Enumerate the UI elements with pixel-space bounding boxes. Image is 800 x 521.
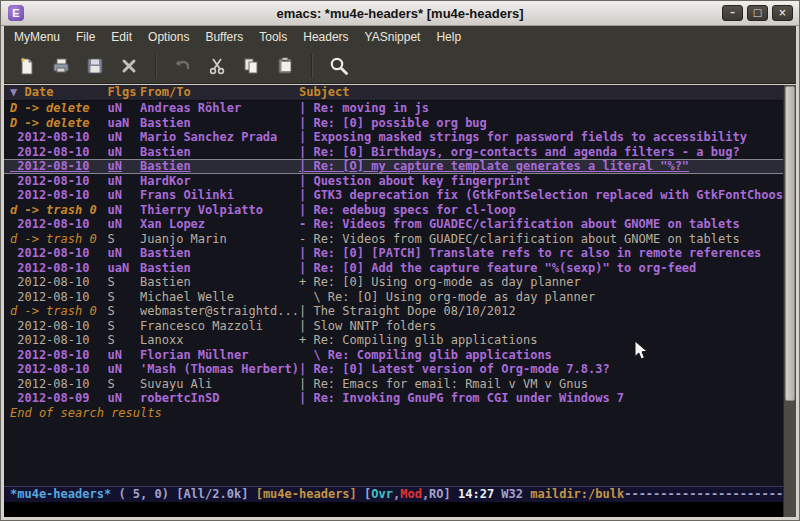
message-row[interactable]: 2012-08-10SLanoxx+ Re: Compiling glib ap… <box>4 333 783 348</box>
date-cell: 2012-08-10 <box>10 217 108 232</box>
toolbar-separator <box>311 54 313 78</box>
message-row[interactable]: 2012-08-10uNXan Lopez- Re: Videos from G… <box>4 217 783 232</box>
date-cell: 2012-08-10 <box>10 319 108 334</box>
paste-icon <box>275 56 295 76</box>
menu-item-file[interactable]: File <box>68 27 103 47</box>
minimize-button[interactable]: – <box>722 5 743 21</box>
from-cell: Bastien <box>140 159 299 174</box>
message-row[interactable]: d -> trash 0uNThierry Volpiatto| Re: ede… <box>4 203 783 218</box>
menu-item-tools[interactable]: Tools <box>251 27 295 47</box>
from-cell: HardKor <box>140 174 299 189</box>
date-cell: 2012-08-10 <box>10 290 108 305</box>
column-header-date[interactable]: ▼ Date <box>10 85 108 100</box>
message-row[interactable]: 2012-08-10SSuvayu Ali| Re: Emacs for ema… <box>4 377 783 392</box>
copy-button[interactable] <box>235 52 267 80</box>
subject-cell: + Re: Compiling glib applications <box>299 333 783 348</box>
message-row[interactable]: 2012-08-10uNBastien| Re: [0] [PATCH] Tra… <box>4 246 783 261</box>
date-cell: 2012-08-10 <box>10 261 108 276</box>
new-file-icon <box>17 56 37 76</box>
mode-line[interactable]: *mu4e-headers* ( 5, 0) [All/2.0k] [mu4e-… <box>4 486 783 502</box>
end-of-results: End of search results <box>4 406 783 421</box>
message-row[interactable]: 2012-08-10uaNBastien| Re: [0] Add the ca… <box>4 261 783 276</box>
column-header-flags[interactable]: Flgs <box>108 85 141 100</box>
modeline-segment: [mu4e-headers] <box>256 487 357 501</box>
message-row[interactable]: 2012-08-10uNHardKor| Question about key … <box>4 174 783 189</box>
message-row[interactable]: d -> trash 0Swebmaster@straightd...| The… <box>4 304 783 319</box>
message-row[interactable]: 2012-08-10SBastien+ Re: [0] Using org-mo… <box>4 275 783 290</box>
menu-item-options[interactable]: Options <box>140 27 197 47</box>
subject-cell: | Re: moving in js <box>299 101 783 116</box>
window-title: emacs: *mu4e-headers* [mu4e-headers] <box>1 6 799 21</box>
column-header-subject[interactable]: Subject <box>299 85 350 100</box>
menu-item-help[interactable]: Help <box>428 27 469 47</box>
close-buffer-button[interactable] <box>113 52 145 80</box>
menu-item-mymenu[interactable]: MyMenu <box>6 27 68 47</box>
undo-button[interactable] <box>167 52 199 80</box>
message-row[interactable]: 2012-08-09uNrobertcInSD| Re: Invoking Gn… <box>4 391 783 406</box>
flags-cell: uN <box>108 101 141 116</box>
message-row[interactable]: D -> deleteuNAndreas Röhler| Re: moving … <box>4 101 783 116</box>
subject-cell: | Slow NNTP folders <box>299 319 783 334</box>
from-cell: 'Mash (Thomas Herbert) <box>140 362 299 377</box>
message-row[interactable]: 2012-08-10uNBastien| Re: [0] Birthdays, … <box>4 145 783 160</box>
vertical-scrollbar[interactable] <box>783 85 796 517</box>
flags-cell: S <box>108 290 141 305</box>
message-row[interactable]: D -> deleteuaNBastien| Re: [0] possible … <box>4 116 783 131</box>
minibuffer[interactable] <box>4 502 783 517</box>
search-button[interactable] <box>323 52 355 80</box>
from-cell: Bastien <box>140 261 299 276</box>
menu-item-headers[interactable]: Headers <box>295 27 356 47</box>
from-cell: Michael Welle <box>140 290 299 305</box>
mark-cell: d -> trash 0 <box>10 304 108 319</box>
message-row[interactable]: 2012-08-10uN'Mash (Thomas Herbert)| Re: … <box>4 362 783 377</box>
message-row[interactable]: 2012-08-10uNFlorian Müllner \ Re: Compil… <box>4 348 783 363</box>
header-line: ▼ Date Flgs From/To Subject <box>4 85 783 101</box>
from-cell: Mario Sanchez Prada <box>140 130 299 145</box>
message-row[interactable]: 2012-08-10SMichael Welle \ Re: [O] Using… <box>4 290 783 305</box>
emacs-window: emacs: *mu4e-headers* [mu4e-headers] E –… <box>0 0 800 521</box>
from-cell: Bastien <box>140 145 299 160</box>
from-cell: webmaster@straightd... <box>140 304 299 319</box>
menu-item-buffers[interactable]: Buffers <box>197 27 251 47</box>
subject-cell: | Re: [0] Add the capture feature "%(sex… <box>299 261 783 276</box>
window-titlebar[interactable]: emacs: *mu4e-headers* [mu4e-headers] E –… <box>1 1 799 26</box>
message-row[interactable]: 2012-08-10SFrancesco Mazzoli| Slow NNTP … <box>4 319 783 334</box>
modeline-segment: *mu4e-headers* <box>10 487 111 501</box>
subject-cell: | Re: [0] [PATCH] Translate refs to rc a… <box>299 246 783 261</box>
message-row[interactable]: 2012-08-10uNFrans Oilinki| GTK3 deprecat… <box>4 188 783 203</box>
from-cell: Francesco Mazzoli <box>140 319 299 334</box>
from-cell: Florian Müllner <box>140 348 299 363</box>
column-header-from[interactable]: From/To <box>140 85 299 100</box>
open-folder-icon <box>51 56 71 76</box>
flags-cell: S <box>108 275 141 290</box>
flags-cell: uN <box>108 159 141 174</box>
save-button[interactable] <box>79 52 111 80</box>
close-button[interactable]: × <box>772 5 793 21</box>
from-cell: Juanjo Marin <box>140 232 299 247</box>
paste-button[interactable] <box>269 52 301 80</box>
menu-item-edit[interactable]: Edit <box>103 27 140 47</box>
cut-icon <box>207 56 227 76</box>
message-list: D -> deleteuNAndreas Röhler| Re: moving … <box>4 101 783 406</box>
open-folder-button[interactable] <box>45 52 77 80</box>
date-cell: 2012-08-10 <box>10 362 108 377</box>
flags-cell: S <box>108 319 141 334</box>
date-cell: 2012-08-10 <box>10 377 108 392</box>
modeline-segment: ( 5, 0) [All/2.0k] <box>111 487 256 501</box>
scrollbar-thumb[interactable] <box>785 86 795 401</box>
menu-item-yasnippet[interactable]: YASnippet <box>357 27 429 47</box>
maximize-button[interactable]: □ <box>747 5 768 21</box>
emacs-icon: E <box>8 5 24 21</box>
from-cell: Bastien <box>140 275 299 290</box>
modeline-segment: -------------------------------------- <box>624 487 783 501</box>
from-cell: Bastien <box>140 246 299 261</box>
cut-button[interactable] <box>201 52 233 80</box>
from-cell: Lanoxx <box>140 333 299 348</box>
flags-cell: S <box>108 304 141 319</box>
menu-bar: MyMenuFileEditOptionsBuffersToolsHeaders… <box>4 26 796 48</box>
message-row[interactable]: 2012-08-10uNMario Sanchez Prada| Exposin… <box>4 130 783 145</box>
message-row[interactable]: 2012-08-10uNBastien| Re: [O] my capture … <box>4 159 783 174</box>
new-file-button[interactable] <box>11 52 43 80</box>
modeline-segment: Ovr <box>371 487 393 501</box>
message-row[interactable]: d -> trash 0SJuanjo Marin- Re: Videos fr… <box>4 232 783 247</box>
